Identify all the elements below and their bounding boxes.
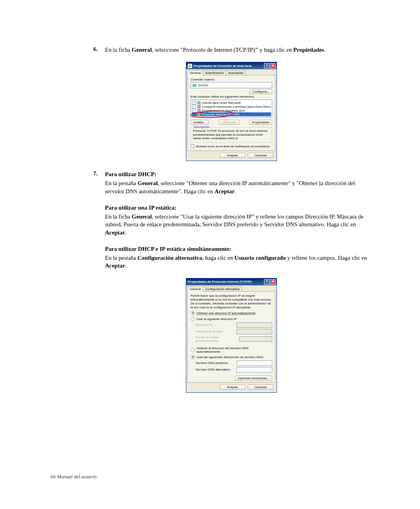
tab-alt-config[interactable]: Configuración alternativa xyxy=(203,287,242,291)
tcpip-icon xyxy=(197,113,201,116)
dns1-input[interactable]: ... xyxy=(236,360,272,366)
radio-static-ip[interactable]: Usar la siguiente dirección IP: xyxy=(191,317,272,321)
dialog-footer: Aceptar Cancelar xyxy=(186,151,276,161)
radio-icon[interactable] xyxy=(191,317,195,321)
step-7-heading-static: Para utilizar una IP estática: xyxy=(105,204,369,212)
ip-input: ... xyxy=(236,322,272,328)
window-icon: ⊥ xyxy=(188,64,192,68)
checkbox[interactable]: ✓ xyxy=(192,105,196,108)
tab-authentication[interactable]: Autenticación xyxy=(203,70,226,75)
help-button[interactable]: ? xyxy=(264,63,270,68)
adapter-name: XXXXX xyxy=(198,84,208,87)
dns2-label: Servidor DNS alternativo: xyxy=(196,368,231,371)
gateway-input: ... xyxy=(239,336,272,342)
advanced-button[interactable]: Opciones avanzadas... xyxy=(235,376,272,381)
figure-connection-properties: ⊥ Propiedades de Conexión de área local … xyxy=(93,62,369,161)
info-text: Puede hacer que la configuración IP se a… xyxy=(191,294,272,310)
configure-button[interactable]: Configurar... xyxy=(250,89,272,94)
install-button[interactable]: Instalar... xyxy=(191,120,208,125)
checkbox[interactable]: ✓ xyxy=(192,108,196,112)
connect-using-label: Conectar usando: xyxy=(191,78,272,81)
step-7-heading-both: Para utilizar DHCP e IP estática simultá… xyxy=(105,245,369,253)
radio-icon[interactable] xyxy=(191,355,195,359)
dialog-tcpip-properties: Propiedades de Protocolo Internet (TCP/I… xyxy=(186,278,277,393)
step-6-number: 6. xyxy=(93,46,105,55)
close-button[interactable]: ✕ xyxy=(270,279,276,285)
tabs: General Configuración alternativa xyxy=(186,285,276,291)
titlebar: Propiedades de Protocolo Internet (TCP/I… xyxy=(186,278,276,285)
accept-button[interactable]: Aceptar xyxy=(220,153,245,158)
accept-button[interactable]: Aceptar xyxy=(220,385,245,390)
list-item[interactable]: ✓ Programador de paquetes QoS xyxy=(192,108,271,112)
radio-dhcp-ip[interactable]: Obtener una dirección IP automáticamente xyxy=(191,311,272,315)
step-6-text: En la ficha General, seleccione "Protoco… xyxy=(105,46,369,54)
tab-pane-general: Puede hacer que la configuración IP se a… xyxy=(187,291,275,383)
checkbox[interactable]: ✓ xyxy=(192,101,196,105)
window-title: Propiedades de Conexión de área local xyxy=(194,64,263,68)
qos-icon xyxy=(197,109,201,112)
tabs: General Autenticación Avanzadas xyxy=(186,69,276,75)
tab-pane-general: Conectar usando: XXXXX Configurar... Est… xyxy=(187,75,275,151)
dialog-connection-properties: ⊥ Propiedades de Conexión de área local … xyxy=(186,62,277,161)
dns2-input[interactable]: ... xyxy=(236,367,272,373)
dns1-label: Servidor DNS preferido: xyxy=(196,361,229,365)
figure-tcpip-properties: Propiedades de Protocolo Internet (TCP/I… xyxy=(93,278,369,393)
tab-general[interactable]: General xyxy=(187,70,203,75)
gateway-label: Puerta de enlace predeterminada: xyxy=(196,336,239,343)
checkbox[interactable] xyxy=(191,144,194,148)
description-body: Protocolo TCP/IP. El protocolo de red de… xyxy=(193,129,270,140)
page-footer: 66 Manual del usuario xyxy=(51,474,97,480)
radio-icon[interactable] xyxy=(191,311,195,315)
tab-general[interactable]: General xyxy=(187,287,203,292)
adapter-field: XXXXX xyxy=(191,82,272,88)
cancel-button[interactable]: Cancelar xyxy=(248,153,273,158)
client-icon xyxy=(197,101,201,105)
page-number: 66 xyxy=(51,474,56,479)
mask-label: Máscara de subred: xyxy=(196,330,223,333)
window-title: Propiedades de Protocolo Internet (TCP/I… xyxy=(188,280,263,283)
close-button[interactable]: ✕ xyxy=(270,63,276,68)
description-title: Descripción xyxy=(192,125,210,129)
radio-icon[interactable] xyxy=(191,348,195,352)
share-icon xyxy=(197,105,201,108)
radio-static-dns[interactable]: Usar las siguientes direcciones de servi… xyxy=(191,355,272,359)
step-7-number: 7. xyxy=(93,170,105,271)
cancel-button[interactable]: Cancelar xyxy=(248,385,273,390)
ip-label: Dirección IP: xyxy=(196,323,213,327)
step-6: 6. En la ficha General, seleccione "Prot… xyxy=(93,46,369,55)
list-item[interactable]: ✓ Compartir impresoras y archivos para r… xyxy=(192,105,271,108)
step-7-text-both: En la pestaña Configuración alternativa,… xyxy=(105,254,369,270)
help-button[interactable]: ? xyxy=(264,279,270,285)
properties-button[interactable]: Propiedades xyxy=(249,120,272,125)
description-group: Descripción Protocolo TCP/IP. El protoco… xyxy=(191,127,272,143)
titlebar: ⊥ Propiedades de Conexión de área local … xyxy=(186,62,276,69)
list-item-selected[interactable]: ✓ Protocolo Internet (TCP/IP) xyxy=(192,112,271,116)
uninstall-button: Desinstalar xyxy=(219,120,240,125)
step-7-text-static: En la ficha General, seleccione "Usar la… xyxy=(105,213,369,236)
book-title: Manual del usuario xyxy=(56,474,97,479)
uses-elements-label: Esta conexión utiliza los siguientes ele… xyxy=(191,95,272,98)
radio-dhcp-dns[interactable]: Obtener la dirección del servidor DNS au… xyxy=(191,346,272,353)
step-7-text-dhcp: En la pestaña General, seleccione "Obten… xyxy=(105,179,369,195)
adapter-icon xyxy=(192,84,196,87)
step-7-heading-dhcp: Para utilizar DHCP: xyxy=(105,170,369,178)
mask-input: ... xyxy=(236,329,272,334)
elements-listbox[interactable]: ✓ Cliente para redes Microsoft ✓ Compart… xyxy=(191,100,272,117)
show-icon-checkbox[interactable]: Mostrar icono en el área de notificación… xyxy=(191,144,272,148)
dialog-footer: Aceptar Cancelar xyxy=(186,383,276,392)
step-7: 7. Para utilizar DHCP: En la pestaña Gen… xyxy=(93,170,369,271)
tab-advanced[interactable]: Avanzadas xyxy=(226,70,246,75)
list-item[interactable]: ✓ Cliente para redes Microsoft xyxy=(192,101,271,105)
checkbox[interactable]: ✓ xyxy=(192,112,196,116)
